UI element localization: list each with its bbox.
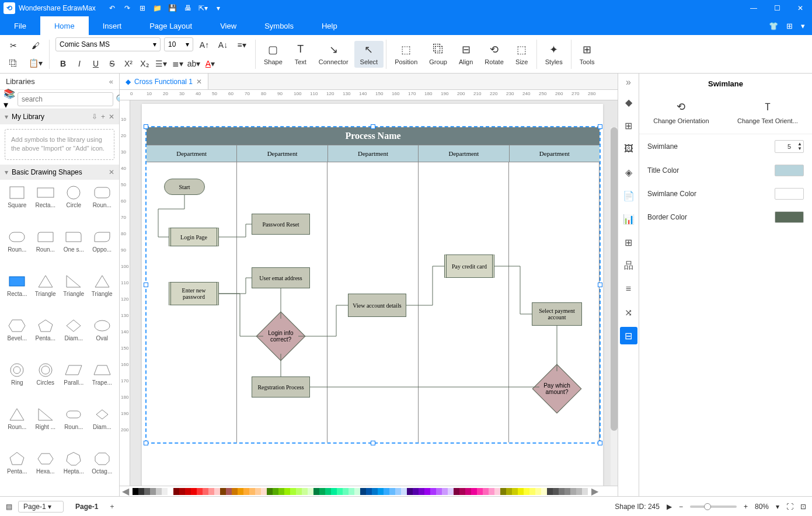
selection-handle[interactable] [144, 283, 148, 287]
tshirt-icon[interactable]: 👕 [769, 22, 778, 30]
new-icon[interactable]: ⊞ [138, 4, 147, 13]
minimize-button[interactable]: — [742, 0, 765, 16]
color-swatch[interactable] [162, 488, 168, 495]
color-swatch[interactable] [524, 488, 529, 495]
color-swatch[interactable] [203, 488, 208, 495]
shape-item[interactable]: Roun... [60, 405, 88, 448]
color-swatch[interactable] [354, 488, 360, 495]
color-swatch[interactable] [518, 488, 524, 495]
color-swatch[interactable] [156, 488, 162, 495]
strike-icon[interactable]: S [104, 56, 120, 71]
color-swatch[interactable] [302, 488, 308, 495]
color-swatch[interactable] [208, 488, 214, 495]
color-swatch[interactable] [226, 488, 232, 495]
shape-item[interactable]: Recta... [4, 272, 31, 315]
color-swatch[interactable] [529, 488, 535, 495]
position-tool[interactable]: ⬚Position [389, 41, 423, 68]
color-swatch[interactable] [454, 488, 459, 495]
superscript-icon[interactable]: X² [121, 56, 136, 71]
presentation-icon[interactable]: ▶ [667, 503, 672, 511]
color-swatch[interactable] [395, 488, 401, 495]
shape-item[interactable]: Roun... [32, 228, 60, 271]
italic-icon[interactable]: I [72, 56, 87, 71]
color-swatch[interactable] [535, 488, 541, 495]
close-section-icon[interactable]: ✕ [109, 168, 114, 176]
zoom-out-button[interactable]: − [679, 503, 683, 511]
close-section-icon[interactable]: ✕ [109, 113, 114, 121]
menu-home[interactable]: Home [40, 16, 89, 35]
color-swatch[interactable] [448, 488, 454, 495]
color-swatch[interactable] [459, 488, 465, 495]
shape-item[interactable]: Triangle [89, 272, 116, 315]
swimlane-color-swatch[interactable] [775, 188, 804, 200]
text-tool[interactable]: TText [288, 41, 313, 68]
shuffle-icon[interactable]: ⤨ [620, 304, 637, 321]
color-swatch[interactable] [214, 488, 220, 495]
color-swatch[interactable] [150, 488, 156, 495]
connector-tool[interactable]: ↘Connector [313, 41, 354, 68]
change-text-orientation-button[interactable]: Ｔ Change Text Orient... [737, 100, 798, 124]
vertical-scrollbar[interactable] [611, 127, 618, 486]
canvas[interactable]: Process Name Department Department Depar… [130, 100, 618, 486]
add-page-button[interactable]: + [110, 503, 114, 511]
selection-handle[interactable] [371, 124, 375, 129]
grid-icon[interactable]: ⊞ [620, 117, 637, 134]
color-swatch[interactable] [144, 488, 150, 495]
color-swatch[interactable] [442, 488, 448, 495]
color-swatch[interactable] [401, 488, 407, 495]
color-swatch[interactable] [407, 488, 413, 495]
increase-font-icon[interactable]: A↑ [197, 37, 212, 53]
shape-item[interactable]: Circle [60, 183, 88, 226]
selection-handle[interactable] [598, 124, 602, 129]
selection-handle[interactable] [144, 124, 148, 129]
open-icon[interactable]: 📁 [153, 4, 162, 13]
user-email-shape[interactable]: User emat address [252, 267, 310, 288]
color-swatch[interactable] [489, 488, 494, 495]
undo-icon[interactable]: ↶ [107, 4, 117, 13]
enter-password-shape[interactable]: Enter new password [169, 282, 219, 305]
page-tab[interactable]: Page-1 [69, 500, 104, 513]
size-tool[interactable]: ⬚Size [510, 41, 534, 68]
color-swatch[interactable] [349, 488, 354, 495]
color-swatch[interactable] [243, 488, 249, 495]
copy-icon[interactable]: ⿻ [6, 55, 21, 71]
chevron-right-icon[interactable]: ▶ [591, 486, 598, 497]
color-swatch[interactable] [547, 488, 553, 495]
tools-menu[interactable]: ⊞Tools [574, 41, 601, 68]
shape-item[interactable]: One s... [60, 228, 88, 271]
registration-shape[interactable]: Regstration Process [252, 376, 310, 398]
collapse-sidebar-icon[interactable]: « [109, 77, 113, 86]
my-library-section[interactable]: ▾ My Library ⇩ + ✕ [0, 109, 119, 124]
subscript-icon[interactable]: X₂ [137, 56, 152, 71]
color-swatch[interactable] [477, 488, 483, 495]
apps-icon[interactable]: ⊞ [786, 22, 793, 30]
layers-icon[interactable]: ◈ [620, 163, 637, 181]
color-swatch[interactable] [313, 488, 319, 495]
view-account-shape[interactable]: View account details [348, 294, 406, 317]
page-list-icon[interactable]: ▤ [6, 503, 12, 511]
color-swatch[interactable] [179, 488, 185, 495]
color-swatch[interactable] [319, 488, 325, 495]
line-spacing-icon[interactable]: ≣▾ [170, 56, 185, 71]
color-swatch[interactable] [191, 488, 197, 495]
shape-item[interactable]: Roun... [89, 183, 116, 226]
pay-credit-shape[interactable]: Pay credit card [444, 254, 494, 278]
color-swatch[interactable] [541, 488, 547, 495]
zoom-slider[interactable] [690, 505, 737, 508]
color-swatch[interactable] [360, 488, 366, 495]
password-reset-shape[interactable]: Password Reset [252, 214, 310, 235]
format-painter-icon[interactable]: 🖌 [28, 38, 43, 53]
shape-item[interactable]: Penta... [32, 316, 60, 360]
color-swatch[interactable] [278, 488, 284, 495]
color-swatch[interactable] [308, 488, 313, 495]
basic-shapes-section[interactable]: ▾ Basic Drawing Shapes ✕ [0, 165, 119, 180]
color-swatch[interactable] [331, 488, 337, 495]
text-align-icon[interactable]: ≡▾ [234, 37, 249, 53]
swimlane-panel-icon[interactable]: ⊟ [620, 327, 637, 344]
highlight-icon[interactable]: ab▾ [186, 56, 201, 71]
selection-handle[interactable] [598, 441, 602, 445]
color-swatch[interactable] [343, 488, 349, 495]
color-swatch[interactable] [138, 488, 144, 495]
rotate-tool[interactable]: ⟲Rotate [479, 41, 509, 68]
color-swatch[interactable] [506, 488, 512, 495]
